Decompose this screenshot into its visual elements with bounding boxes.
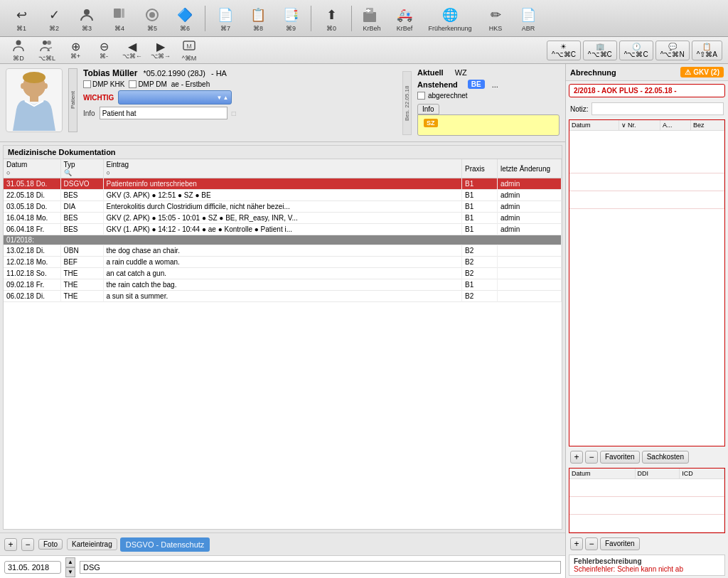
btn-sun[interactable]: ☀ ^⌥⌘C — [547, 41, 581, 60]
table-row[interactable]: 11.02.18 So. THE an cat catch a gun. B2 — [4, 268, 562, 279]
table-row[interactable]: 09.02.18 Fr. THE the rain catch the bag.… — [4, 279, 562, 291]
toolbar-item-5[interactable]: ⌘5 — [136, 4, 168, 33]
wichtig-select[interactable]: ▼ ▲ — [118, 90, 232, 105]
toolbar-item-4[interactable]: ⌘4 — [104, 4, 135, 33]
table-row[interactable]: 22.05.18 Di. BES GKV (3. APK) ● 12:51 ● … — [4, 190, 562, 201]
eintrag-radio[interactable]: ○ — [107, 169, 459, 176]
datum-radio[interactable]: ○ — [6, 169, 58, 176]
toolbar-item-0[interactable]: ⬆ ⌘0 — [316, 4, 347, 33]
btn-chat[interactable]: 💬 ^⌥⌘N — [655, 41, 690, 60]
abr-table2: Datum DDI ICD — [569, 468, 725, 533]
remove-entry-btn[interactable]: − — [21, 538, 34, 551]
toolbar-item-3[interactable]: ⌘3 — [71, 4, 102, 33]
table-row[interactable]: 16.04.18 Mo. BES GKV (2. APK) ● 15:05 - … — [4, 213, 562, 224]
abr2-col-datum: Datum — [569, 469, 635, 479]
cell-eintrag: GKV (1. APK) ● 14:12 - 10:44 ● ae ● Kont… — [103, 224, 462, 235]
dmp-khk-label: DMP KHK — [92, 80, 124, 88]
foto-btn[interactable]: Foto — [38, 539, 63, 550]
toolbar-item-7[interactable]: 📄 ⌘7 — [210, 4, 241, 33]
toolbar-item-2[interactable]: ✓ ⌘2 — [38, 4, 70, 33]
date-up-btn[interactable]: ▲ — [65, 557, 75, 567]
dmp-dm-check[interactable] — [129, 80, 136, 88]
abr-add-btn[interactable]: + — [570, 451, 583, 464]
add-entry-btn[interactable]: + — [4, 538, 17, 551]
btn-m[interactable]: M ^⌘M — [176, 37, 202, 63]
table-row[interactable]: 01/2018: — [4, 235, 562, 245]
cell-typ: THE — [60, 291, 103, 302]
pages-icon: 📑 — [281, 5, 301, 25]
dsgvo-dropdown-item[interactable]: DSGVO - Datenschutz — [120, 537, 210, 552]
cell-praxis: B2 — [462, 291, 498, 302]
table-row[interactable]: 06.02.18 Di. THE a sun sit a summer. B2 — [4, 291, 562, 302]
hospital-icon — [362, 5, 382, 25]
abgerechnet-checkbox[interactable] — [417, 92, 425, 100]
cell-datum: 22.05.18 Di. — [4, 190, 60, 201]
toolbar-item-9[interactable]: 📑 ⌘9 — [275, 4, 306, 33]
person-icon — [11, 38, 26, 55]
dropdown-up-icon: ▲ — [223, 95, 228, 101]
docs-tbody: 31.05.18 Do. DSGVO Patienteninfo untersc… — [4, 178, 562, 302]
abr2-col-ddi: DDI — [635, 469, 680, 479]
btn-plus[interactable]: ⊕ ⌘+ — [63, 40, 88, 61]
abr-table2-header: Datum DDI ICD — [569, 469, 724, 479]
favoriten-btn[interactable]: Favoriten — [600, 451, 640, 464]
toolbar-item-6[interactable]: 🔷 ⌘6 — [169, 4, 200, 33]
cell-typ: BES — [60, 190, 103, 201]
date-stepper: ▲ ▼ — [65, 557, 75, 577]
abr2-remove-btn[interactable]: − — [585, 537, 598, 550]
favoriten2-btn[interactable]: Favoriten — [600, 537, 640, 550]
toolbar-item-8[interactable]: 📋 ⌘8 — [242, 4, 274, 33]
cell-typ: THE — [60, 268, 103, 279]
bes-date-vertical: Bes. 22.05.18 — [402, 71, 412, 135]
warning-icon: ⚠ — [685, 68, 691, 76]
fehler-section: Fehlerbeschreibung Scheinfehler: Schein … — [569, 555, 725, 576]
dmp-khk-check[interactable] — [83, 80, 91, 88]
btn-clipboard[interactable]: 📋 ^⇧⌘A — [692, 41, 722, 60]
btn-prev[interactable]: ◀ ⌥⌘← — [119, 40, 145, 61]
sachkosten-btn[interactable]: Sachkosten — [642, 451, 689, 464]
building-icon: 🏢 — [596, 43, 604, 50]
abrechnungs-period: 2/2018 - AOK PLUS - 22.05.18 - — [569, 84, 725, 97]
aktuell-area: Aktuell WZ Anstehend BE ... abgerechnet … — [417, 68, 560, 137]
btn-minus[interactable]: ⊖ ⌘- — [91, 40, 117, 61]
table-row[interactable]: 03.05.18 Do. DIA Enterokolitis durch Clo… — [4, 201, 562, 213]
btn-d[interactable]: ⌘D — [6, 37, 31, 63]
abr2-add-btn[interactable]: + — [570, 537, 583, 550]
btn-next[interactable]: ▶ ⌥⌘→ — [148, 40, 173, 61]
toolbar-item-krbeh[interactable]: KrBeh — [356, 4, 387, 33]
toolbar-item-krbef[interactable]: 🚑 KrBef — [389, 4, 420, 33]
date-down-btn[interactable]: ▼ — [65, 567, 75, 577]
table-row[interactable]: 12.02.18 Mo. BEF a rain cuddle a woman. … — [4, 257, 562, 268]
cell-praxis: B2 — [462, 245, 498, 257]
notiz-input[interactable] — [592, 102, 724, 115]
cell-aenderung: admin — [498, 178, 562, 190]
toolbar-item-hks[interactable]: ✏ HKS — [480, 4, 511, 33]
table-row[interactable]: 06.04.18 Fr. BES GKV (1. APK) ● 14:12 - … — [4, 224, 562, 235]
abr-empty-row2 — [569, 173, 724, 191]
cell-praxis: B2 — [462, 268, 498, 279]
document-icon: 📄 — [215, 5, 235, 25]
abrechnung-title: Abrechnung — [570, 68, 616, 77]
btn-building[interactable]: 🏢 ^⌥⌘C — [583, 41, 617, 60]
svg-rect-18 — [30, 96, 38, 102]
table-row[interactable]: 31.05.18 Do. DSGVO Patienteninfo untersc… — [4, 178, 562, 190]
shape-icon: 🔷 — [175, 5, 195, 25]
table-row[interactable]: 13.02.18 Di. ÜBN the dog chase an chair.… — [4, 245, 562, 257]
info-input[interactable] — [100, 107, 228, 119]
patient-dob: *05.02.1990 (28J) — [143, 69, 205, 77]
dmp-khk-checkbox[interactable]: DMP KHK — [83, 80, 124, 88]
patient-id: - HA — [211, 69, 227, 77]
toolbar-item-abr[interactable]: 📄 ABR — [513, 4, 544, 33]
btn-l[interactable]: ⌥⌘L — [34, 37, 60, 63]
toolbar-item-1[interactable]: ↩ ⌘1 — [6, 4, 37, 33]
toolbar-item-frueherkennung[interactable]: 🌐 Früherkennung — [422, 4, 478, 33]
svg-point-0 — [84, 9, 90, 15]
dmp-dm-checkbox[interactable]: DMP DM — [129, 80, 166, 88]
gkv-badge[interactable]: ⚠ GKV (2) — [680, 67, 724, 77]
col-praxis-header: Praxis — [462, 159, 498, 178]
date-input[interactable] — [4, 561, 61, 574]
entry-text-input[interactable] — [80, 561, 561, 574]
fehler-title: Fehlerbeschreibung — [574, 557, 720, 565]
abr-remove-btn[interactable]: − — [585, 451, 598, 464]
btn-clock[interactable]: 🕐 ^⌥⌘C — [619, 41, 653, 60]
